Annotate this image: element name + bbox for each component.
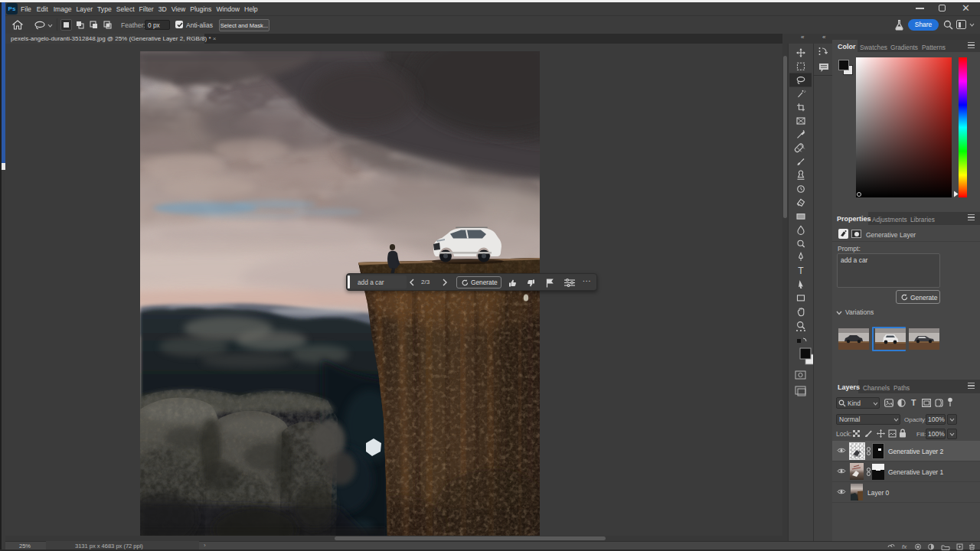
svg-text:fx: fx: [902, 543, 907, 550]
svg-text:T: T: [798, 266, 804, 276]
